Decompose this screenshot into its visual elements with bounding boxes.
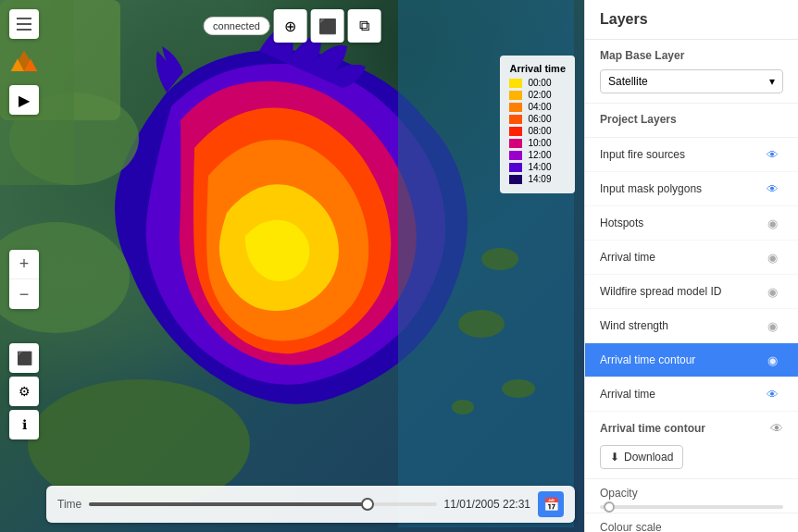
opacity-thumb[interactable] <box>604 501 615 513</box>
camera-button[interactable]: ⬛ <box>311 9 344 43</box>
legend-item: 14:00 <box>509 162 566 172</box>
time-slider[interactable] <box>89 502 436 506</box>
top-toolbar: connected ⊕ ⬛ ⧉ <box>203 9 381 43</box>
layer-name: Input fire sources <box>600 148 761 161</box>
legend-color-swatch <box>509 103 522 112</box>
legend-item: 10:00 <box>509 138 566 148</box>
time-value: 11/01/2005 22:31 <box>444 498 530 511</box>
eye-off-icon: 👁 <box>770 421 783 436</box>
legend-item: 04:00 <box>509 102 566 112</box>
legend-title: Arrival time <box>509 63 566 74</box>
zoom-out-button[interactable]: − <box>9 279 39 309</box>
project-layers-header: Project Layers <box>600 113 783 133</box>
chart-icon: ⬛ <box>17 351 32 365</box>
hamburger-icon <box>17 29 31 31</box>
layer-row[interactable]: Wildfire spread model ID ◉ <box>585 275 798 309</box>
play-icon: ▶ <box>19 92 30 109</box>
layer-row[interactable]: Wind strength ◉ <box>585 309 798 343</box>
layer-visibility-button[interactable]: 👁 <box>761 383 783 405</box>
layer-name: Hotspots <box>600 217 761 229</box>
layers-icon: ⧉ <box>359 18 369 34</box>
layer-name: Arrival time <box>600 388 761 401</box>
legend-item-label: 08:00 <box>528 126 551 136</box>
legend-color-swatch <box>509 139 522 148</box>
locate-button[interactable]: ⊕ <box>274 9 307 43</box>
menu-button[interactable] <box>9 9 39 39</box>
map-base-layer-section: Map Base Layer Satellite ▾ <box>585 40 798 104</box>
layer-visibility-button[interactable]: ◉ <box>761 280 783 303</box>
layer-visibility-button[interactable]: ◉ <box>761 315 783 337</box>
legend-color-swatch <box>509 175 522 184</box>
legend-item-label: 06:00 <box>528 114 551 124</box>
chevron-down-icon: ▾ <box>769 75 775 88</box>
svg-point-8 <box>452 400 474 414</box>
right-panel: Layers Map Base Layer Satellite ▾ Projec… <box>584 0 798 532</box>
logo <box>7 46 41 80</box>
time-slider-thumb[interactable] <box>361 498 374 511</box>
calendar-button[interactable]: 📅 <box>538 491 564 517</box>
play-button[interactable]: ▶ <box>9 85 39 115</box>
layer-name: Arrival time <box>600 251 761 264</box>
legend-color-swatch <box>509 115 522 124</box>
layer-name: Wind strength <box>600 319 761 332</box>
panel-title: Layers <box>585 0 798 40</box>
map-legend: Arrival time 00:00 02:00 04:00 06:00 08:… <box>500 56 575 193</box>
legend-item-label: 00:00 <box>528 78 551 88</box>
layers-list: Input fire sources 👁 Input mask polygons… <box>585 138 798 412</box>
legend-color-swatch <box>509 79 522 88</box>
legend-item-label: 12:00 <box>528 150 551 160</box>
layer-row[interactable]: Input fire sources 👁 <box>585 138 798 172</box>
layer-name: Input mask polygons <box>600 182 761 195</box>
layer-visibility-button[interactable]: ◉ <box>761 349 783 371</box>
legend-color-swatch <box>509 163 522 172</box>
legend-item-label: 14:00 <box>528 162 551 172</box>
download-label: Download <box>624 451 673 464</box>
chart-button[interactable]: ⬛ <box>9 343 39 373</box>
contour-title: Arrival time contour <box>600 422 705 435</box>
map-container[interactable]: ▶ connected ⊕ ⬛ ⧉ Arrival time 00:00 02:… <box>0 0 584 532</box>
layer-visibility-button[interactable]: ◉ <box>761 246 783 268</box>
settings-button[interactable]: ⚙ <box>9 377 39 406</box>
side-panel-buttons: ⬛ ⚙ ℹ <box>9 343 39 439</box>
info-icon: ℹ <box>22 417 27 432</box>
svg-point-6 <box>458 310 505 338</box>
legend-item-label: 02:00 <box>528 90 551 100</box>
legend-item: 14:09 <box>509 174 566 184</box>
arrival-contour-section: Arrival time contour 👁 ⬇ Download <box>585 412 798 479</box>
zoom-controls: + − <box>9 250 39 309</box>
legend-item-label: 04:00 <box>528 102 551 112</box>
zoom-in-button[interactable]: + <box>9 250 39 279</box>
layers-toggle-button[interactable]: ⧉ <box>348 9 381 43</box>
contour-header: Arrival time contour 👁 <box>600 421 783 436</box>
legend-item: 12:00 <box>509 150 566 160</box>
layer-row[interactable]: Input mask polygons 👁 <box>585 172 798 206</box>
layer-row[interactable]: Arrival time contour ◉ <box>585 343 798 377</box>
colour-scale-label: Colour scale <box>600 521 783 532</box>
legend-color-swatch <box>509 91 522 100</box>
layer-row[interactable]: Arrival time 👁 <box>585 377 798 412</box>
layer-visibility-button[interactable]: 👁 <box>761 178 783 200</box>
download-button[interactable]: ⬇ Download <box>600 445 683 469</box>
layer-name: Arrival time contour <box>600 353 761 366</box>
locate-icon: ⊕ <box>284 18 296 35</box>
legend-color-swatch <box>509 151 522 160</box>
time-slider-track <box>89 502 367 506</box>
layer-visibility-button[interactable]: 👁 <box>761 143 783 166</box>
legend-item-label: 10:00 <box>528 138 551 148</box>
settings-icon: ⚙ <box>19 384 31 399</box>
opacity-slider[interactable] <box>600 505 783 509</box>
layer-row[interactable]: Hotspots ◉ <box>585 206 798 241</box>
info-button[interactable]: ℹ <box>9 410 39 439</box>
fire-spread-visualization <box>0 0 574 527</box>
legend-item: 06:00 <box>509 114 566 124</box>
legend-color-swatch <box>509 127 522 136</box>
hamburger-icon <box>17 18 31 19</box>
camera-icon: ⬛ <box>318 18 337 35</box>
map-base-layer-label: Map Base Layer <box>600 49 783 62</box>
layer-name: Wildfire spread model ID <box>600 285 761 298</box>
layer-visibility-button[interactable]: ◉ <box>761 212 783 234</box>
map-base-layer-select[interactable]: Satellite ▾ <box>600 69 783 93</box>
opacity-section: Opacity <box>585 479 798 513</box>
layer-row[interactable]: Arrival time ◉ <box>585 241 798 275</box>
time-label: Time <box>57 498 81 511</box>
